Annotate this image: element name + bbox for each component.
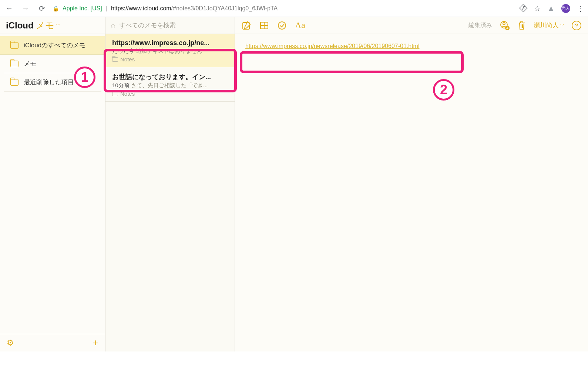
notes-list-column: ⌕ すべてのメモを検索 https://www.impress.co.jp/ne… [105,17,235,351]
browser-menu-button[interactable]: ⋮ [577,4,584,13]
svg-point-8 [278,22,286,29]
note-title: お世話になっております。イン... [112,72,228,81]
note-title: https://www.impress.co.jp/ne... [112,39,228,47]
note-list-item[interactable]: https://www.impress.co.jp/ne... たった今 追加テ… [105,34,235,67]
bookmark-star-icon[interactable]: ☆ [534,4,541,13]
folder-all-icloud-notes[interactable]: iCloudのすべてのメモ [0,36,105,55]
drive-extension-icon[interactable]: ▲ [547,4,555,13]
folder-sidebar: iCloud メモ ﹀ iCloudのすべてのメモ メモ 最近削除した項目 ⚙ … [0,17,105,351]
new-folder-button[interactable]: + [93,337,98,349]
text-style-icon[interactable]: Aa [295,20,305,30]
note-folder-label: Notes [112,91,228,97]
profile-avatar[interactable]: 尚人 [561,4,570,13]
reload-button[interactable]: ⟳ [36,4,47,13]
notes-switcher[interactable]: メモ ﹀ [36,20,60,31]
folder-list: iCloudのすべてのメモ メモ 最近削除した項目 [0,34,105,334]
note-folder-label: Notes [112,56,228,62]
edited-status: 編集済み [468,21,492,29]
url-path: /#notes3/0D1JoQYA40J1lqg0_6JWl-pTA [171,5,278,11]
back-button[interactable]: ← [4,4,15,13]
settings-gear-icon[interactable]: ⚙ [7,338,14,348]
help-icon[interactable]: ? [572,21,581,30]
browser-address-bar: ← → ⟳ 🔒 Apple Inc. [US] | https://www.ic… [0,0,588,17]
trash-icon[interactable] [517,21,526,30]
forward-button[interactable]: → [20,4,31,13]
search-placeholder: すべてのメモを検索 [119,21,176,30]
svg-text:+: + [506,26,508,30]
sidebar-footer: ⚙ + [0,334,105,351]
app-brand: iCloud メモ ﹀ [0,17,105,34]
folder-icon [112,92,118,96]
chevron-down-icon: ﹀ [56,22,60,28]
note-body[interactable]: https://www.impress.co.jp/newsrelease/20… [235,34,588,58]
editor-toolbar: Aa 編集済み + 瀬川尚人﹀ ? [235,17,588,34]
icloud-notes-app: iCloud メモ ﹀ iCloudのすべてのメモ メモ 最近削除した項目 ⚙ … [0,17,588,351]
note-hyperlink[interactable]: https://www.impress.co.jp/newsrelease/20… [245,43,419,49]
search-bar[interactable]: ⌕ すべてのメモを検索 [105,17,235,34]
omnibox[interactable]: 🔒 Apple Inc. [US] | https://www.icloud.c… [53,5,515,12]
folder-icon [10,42,19,49]
chevron-down-icon: ﹀ [560,23,564,28]
folder-icon [112,57,118,62]
compose-icon[interactable] [242,21,251,30]
note-list-item[interactable]: お世話になっております。イン... 10分前 さて、先日ご相談した「でき... … [105,67,235,102]
account-menu[interactable]: 瀬川尚人﹀ [534,21,564,30]
checklist-icon[interactable] [277,21,287,30]
url-host: https://www.icloud.com [111,5,171,11]
svg-point-10 [503,23,505,25]
folder-recently-deleted[interactable]: 最近削除した項目 [4,73,101,92]
note-editor-column: Aa 編集済み + 瀬川尚人﹀ ? https://www.impress.co… [235,17,588,351]
table-icon[interactable] [259,21,269,30]
share-icon[interactable]: + [500,20,510,31]
lock-icon: 🔒 [53,6,59,11]
folder-icon [10,61,19,67]
folder-icon [10,79,19,86]
search-icon: ⌕ [111,21,115,30]
key-icon[interactable]: ⚿ [518,3,529,14]
folder-notes[interactable]: メモ [4,55,101,73]
site-identity: Apple Inc. [US] [63,5,102,12]
